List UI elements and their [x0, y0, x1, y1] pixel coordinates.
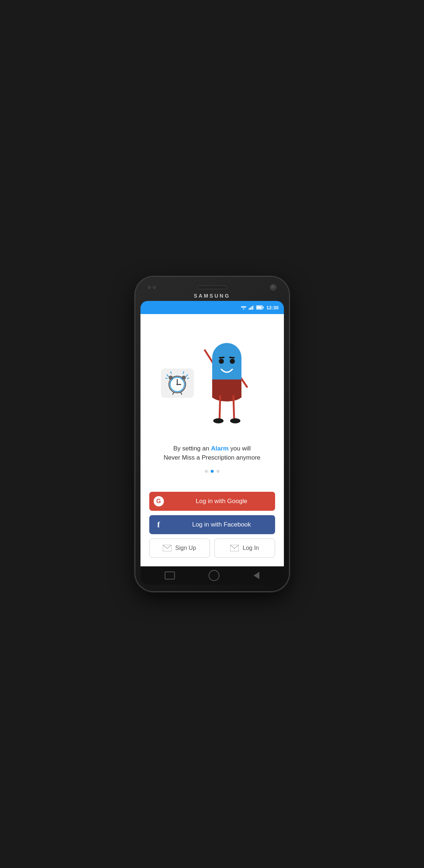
phone-nav-bar	[140, 566, 284, 585]
description-text: By setting an Alarm you will Never Miss …	[164, 444, 260, 463]
login-label: Log In	[243, 545, 259, 551]
phone-device: SAMSUNG	[135, 277, 289, 591]
battery-icon	[256, 305, 264, 310]
nav-back-button[interactable]	[254, 572, 259, 579]
dot-3[interactable]	[217, 470, 219, 473]
phone-speaker	[198, 286, 227, 289]
front-camera-main	[270, 284, 277, 291]
svg-line-35	[219, 396, 220, 420]
svg-line-10	[167, 375, 168, 377]
status-bar: 12:30	[140, 301, 284, 314]
status-icons: 12:30	[241, 305, 278, 310]
alarm-clock-icon	[165, 371, 189, 395]
svg-rect-9	[263, 307, 264, 308]
svg-point-18	[169, 375, 173, 380]
svg-point-22	[176, 384, 178, 385]
facebook-login-button[interactable]: f Log in with Facebook	[149, 515, 275, 534]
pagination-dots	[205, 470, 219, 473]
google-g-icon: G	[154, 496, 164, 506]
svg-rect-4	[250, 307, 251, 310]
svg-line-15	[183, 372, 184, 374]
dot-2[interactable]	[211, 470, 214, 473]
description-part1: By setting an	[173, 445, 211, 452]
nav-recent-button[interactable]	[165, 571, 175, 580]
alarm-clock-box	[161, 369, 194, 398]
svg-point-30	[212, 390, 241, 401]
signal-icon	[249, 305, 254, 310]
facebook-f-icon: f	[157, 520, 160, 529]
svg-line-13	[187, 378, 189, 379]
signup-email-icon	[163, 545, 172, 551]
svg-point-19	[182, 375, 186, 380]
front-cameras	[148, 286, 156, 289]
buttons-area: G Log in with Google f Log in with Faceb…	[149, 492, 275, 558]
description-part2: you will	[229, 445, 251, 452]
svg-line-12	[186, 375, 188, 377]
svg-line-11	[165, 378, 167, 379]
svg-marker-2	[243, 309, 244, 310]
svg-line-36	[233, 396, 234, 420]
login-email-icon	[230, 545, 239, 551]
google-login-button[interactable]: G Log in with Google	[149, 492, 275, 511]
facebook-icon-area: f	[149, 520, 168, 529]
svg-line-24	[181, 393, 181, 395]
description-line2: Never Miss a Prescription anymore	[164, 453, 260, 463]
svg-rect-3	[249, 308, 250, 310]
svg-line-14	[171, 372, 172, 374]
svg-point-38	[230, 418, 240, 423]
svg-rect-8	[257, 306, 262, 309]
signup-button[interactable]: Sign Up	[149, 539, 210, 558]
email-login-button[interactable]: Log In	[214, 539, 275, 558]
google-icon-area: G	[149, 496, 168, 506]
signup-label: Sign Up	[175, 545, 196, 551]
pill-mascot-icon	[198, 332, 256, 438]
phone-screen: 12:30	[140, 301, 284, 585]
dot-1[interactable]	[205, 470, 208, 473]
alarm-highlight: Alarm	[211, 445, 229, 452]
illustration-area: By setting an Alarm you will Never Miss …	[149, 321, 275, 492]
camera-dot-1	[148, 286, 151, 289]
phone-top-hardware	[140, 283, 284, 293]
svg-rect-6	[253, 305, 254, 310]
app-screen: By setting an Alarm you will Never Miss …	[140, 314, 284, 566]
nav-home-button[interactable]	[209, 570, 219, 581]
brand-label: SAMSUNG	[194, 293, 230, 299]
google-login-label: Log in with Google	[168, 498, 275, 505]
status-time: 12:30	[266, 305, 278, 310]
facebook-login-label: Log in with Facebook	[168, 521, 275, 528]
svg-rect-5	[252, 306, 253, 310]
camera-lens	[270, 284, 277, 291]
mascot-container	[165, 332, 260, 438]
svg-point-37	[213, 418, 224, 423]
svg-line-23	[173, 393, 173, 395]
camera-dot-2	[153, 286, 156, 289]
svg-point-31	[219, 359, 224, 364]
email-buttons-row: Sign Up Log In	[149, 539, 275, 558]
svg-point-33	[230, 359, 235, 364]
description-line1: By setting an Alarm you will	[164, 444, 260, 453]
wifi-icon	[241, 305, 247, 310]
